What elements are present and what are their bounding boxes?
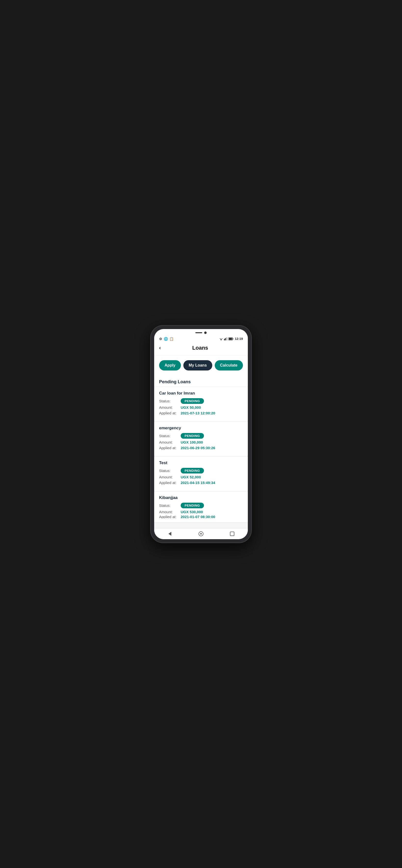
home-nav-button[interactable] [197,530,205,537]
battery-icon [228,337,234,340]
status-bar: ⚙ 🌐 📋 [154,335,248,342]
loan-applied-row-3: Applied at: 2021-01-07 08:30:00 [159,516,243,518]
svg-rect-8 [233,338,233,339]
clipboard-icon: 📋 [169,337,174,341]
loan-card-0[interactable]: Car loan for Imran Status: PENDING Amoun… [154,387,248,422]
tab-calculate[interactable]: Calculate [215,360,243,371]
phone-shell: ⚙ 🌐 📋 [151,326,251,542]
loans-list: Car loan for Imran Status: PENDING Amoun… [154,387,248,523]
svg-rect-5 [226,337,227,340]
gear-icon: ⚙ [159,337,162,341]
loan-applied-row-1: Applied at: 2021-06-29 05:30:26 [159,446,243,450]
applied-label-0: Applied at: [159,411,179,415]
amount-label-0: Amount: [159,405,179,409]
amount-label-2: Amount: [159,475,179,479]
wifi-icon [219,337,223,340]
page-title: Loans [165,345,236,351]
status-label-3: Status: [159,503,179,507]
app-content[interactable]: ‹ Loans Apply My Loans Calculate Pending… [154,342,248,528]
loan-applied-row-2: Applied at: 2021-04-15 15:49:34 [159,480,243,485]
loan-card-1[interactable]: emergency Status: PENDING Amount: UGX 10… [154,422,248,457]
applied-value-2: 2021-04-15 15:49:34 [181,480,215,485]
svg-rect-4 [225,338,226,340]
phone-inner: ⚙ 🌐 📋 [154,329,248,539]
svg-rect-13 [230,532,234,536]
loan-name-1: emergency [159,426,243,431]
amount-value-1: UGX 100,000 [181,440,203,444]
svg-point-2 [221,340,221,340]
applied-label-3: Applied at: [159,516,179,518]
loan-name-3: Kibanjjaa [159,495,243,500]
speaker [195,332,202,333]
svg-point-12 [200,533,202,534]
loan-amount-row-0: Amount: UGX 50,000 [159,405,243,409]
status-bar-right: 12:19 [219,337,243,341]
amount-label-1: Amount: [159,440,179,444]
svg-rect-6 [227,337,227,340]
applied-value-3: 2021-01-07 08:30:00 [181,516,215,518]
loan-name-0: Car loan for Imran [159,391,243,396]
applied-value-1: 2021-06-29 05:30:26 [181,446,215,450]
recent-nav-button[interactable] [229,530,236,537]
loan-applied-row-0: Applied at: 2021-07-13 12:00:20 [159,411,243,415]
applied-label-2: Applied at: [159,480,179,485]
status-label-1: Status: [159,434,179,438]
amount-value-0: UGX 50,000 [181,405,201,409]
status-badge-1: PENDING [181,433,204,439]
loan-card-3[interactable]: Kibanjjaa Status: PENDING Amount: UGX 53… [154,491,248,523]
loan-amount-row-3: Amount: UGX 530,000 [159,510,243,514]
globe-icon: 🌐 [164,337,168,341]
amount-label-3: Amount: [159,510,179,514]
applied-label-1: Applied at: [159,446,179,450]
back-button[interactable]: ‹ [159,345,161,351]
camera-area [154,329,248,335]
loan-amount-row-1: Amount: UGX 100,000 [159,440,243,444]
back-nav-button[interactable] [166,530,173,537]
app-header: ‹ Loans [154,342,248,355]
applied-value-0: 2021-07-13 12:00:20 [181,411,215,415]
section-heading: Pending Loans [154,375,248,386]
loan-amount-row-2: Amount: UGX 52,000 [159,475,243,479]
loan-card-2[interactable]: Test Status: PENDING Amount: UGX 52,000 … [154,457,248,491]
status-badge-3: PENDING [181,503,204,508]
bottom-nav [154,528,248,539]
loan-status-row-2: Status: PENDING [159,468,243,473]
amount-value-3: UGX 530,000 [181,510,203,514]
status-label-2: Status: [159,469,179,473]
amount-value-2: UGX 52,000 [181,475,201,479]
loan-name-2: Test [159,461,243,465]
tab-apply[interactable]: Apply [159,360,181,371]
time-display: 12:19 [235,337,243,341]
tab-my-loans[interactable]: My Loans [183,360,212,371]
tabs-section: Apply My Loans Calculate [154,355,248,375]
svg-rect-3 [224,339,225,340]
status-badge-0: PENDING [181,398,204,404]
loan-status-row-0: Status: PENDING [159,398,243,404]
svg-rect-9 [229,338,232,340]
status-bar-left: ⚙ 🌐 📋 [159,337,174,341]
status-badge-2: PENDING [181,468,204,473]
signal-icon [224,337,227,340]
loan-status-row-3: Status: PENDING [159,503,243,508]
svg-marker-10 [168,532,171,536]
status-label-0: Status: [159,399,179,403]
loan-status-row-1: Status: PENDING [159,433,243,439]
camera-dot [204,332,207,334]
